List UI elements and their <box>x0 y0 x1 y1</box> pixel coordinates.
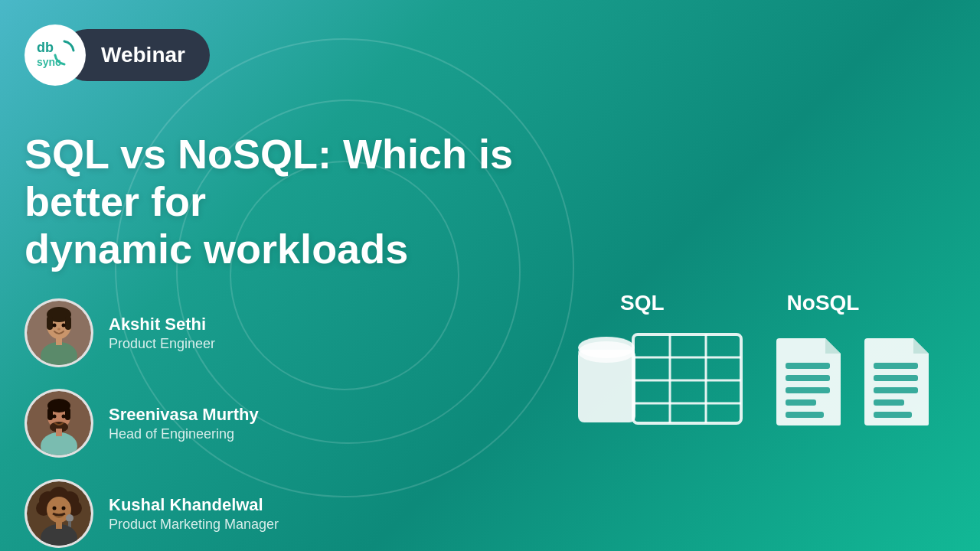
svg-rect-46 <box>786 387 830 393</box>
svg-rect-38 <box>633 334 741 423</box>
nosql-doc-1 <box>773 335 846 430</box>
speaker-name-2: Sreenivasa Murthy <box>109 405 259 425</box>
table-svg <box>632 333 743 425</box>
sql-label: SQL <box>620 291 665 315</box>
speaker-info-3: Kushal Khandelwal Product Marketing Mana… <box>109 495 279 533</box>
svg-rect-50 <box>874 375 918 381</box>
avatar-akshit <box>24 298 93 367</box>
doc2-svg <box>861 335 934 427</box>
cylinder-svg <box>574 331 639 430</box>
speaker-role-2: Head of Engineering <box>109 426 259 442</box>
nosql-icon-group <box>773 335 934 430</box>
speaker-info-1: Akshit Sethi Product Engineer <box>109 315 215 352</box>
svg-point-37 <box>578 337 635 358</box>
svg-point-31 <box>66 514 74 522</box>
db-labels-row: SQL NoSQL <box>620 291 859 315</box>
avatar-sreenivasa-svg <box>27 391 91 455</box>
avatar-kushal-svg <box>27 481 91 546</box>
logo-circle: db sync <box>24 24 86 86</box>
speaker-name-1: Akshit Sethi <box>109 315 215 334</box>
svg-rect-52 <box>874 399 904 406</box>
db-icons-row <box>574 331 934 430</box>
speakers-section: Akshit Sethi Product Engineer <box>24 298 279 548</box>
doc1-svg <box>773 335 846 427</box>
svg-rect-15 <box>47 408 53 420</box>
svg-text:db: db <box>37 40 54 55</box>
speaker-item-3: Kushal Khandelwal Product Marketing Mana… <box>24 479 279 548</box>
svg-rect-48 <box>786 412 824 418</box>
svg-rect-47 <box>786 399 816 406</box>
main-title: SQL vs NoSQL: Which is better for dynami… <box>24 130 545 272</box>
svg-rect-34 <box>56 521 62 529</box>
logo-text: db sync <box>35 35 75 75</box>
speaker-item-2: Sreenivasa Murthy Head of Engineering <box>24 389 279 458</box>
nosql-label: NoSQL <box>787 291 860 315</box>
svg-rect-5 <box>47 316 53 330</box>
svg-rect-49 <box>874 363 918 369</box>
cylinder-icon <box>574 331 639 430</box>
page-background: db sync Webinar SQL vs NoSQL: Which is b… <box>0 0 980 551</box>
svg-point-8 <box>62 324 66 328</box>
svg-point-29 <box>53 507 57 510</box>
svg-point-19 <box>62 415 66 419</box>
svg-rect-11 <box>56 337 62 345</box>
speaker-role-1: Product Engineer <box>109 336 215 352</box>
svg-point-30 <box>62 507 66 510</box>
speaker-role-3: Product Marketing Manager <box>109 517 279 533</box>
table-icon <box>632 333 743 428</box>
db-icons-section: SQL NoSQL <box>574 291 934 430</box>
svg-rect-21 <box>56 429 62 436</box>
speaker-name-3: Kushal Khandelwal <box>109 495 279 515</box>
svg-rect-16 <box>65 408 70 420</box>
title-line1: SQL vs NoSQL: Which is better for <box>24 130 545 225</box>
avatar-akshit-svg <box>27 301 91 365</box>
svg-rect-53 <box>874 412 912 418</box>
avatar-kushal <box>24 479 93 548</box>
speaker-item-1: Akshit Sethi Product Engineer <box>24 298 279 367</box>
svg-point-9 <box>57 328 60 331</box>
title-line2: dynamic workloads <box>24 225 545 272</box>
nosql-doc-2 <box>861 335 934 430</box>
speaker-info-2: Sreenivasa Murthy Head of Engineering <box>109 405 259 442</box>
svg-point-18 <box>53 415 57 419</box>
svg-rect-45 <box>786 375 830 381</box>
svg-rect-51 <box>874 387 918 393</box>
svg-rect-6 <box>65 316 71 330</box>
svg-point-7 <box>53 324 57 328</box>
header-badge: db sync Webinar <box>24 24 210 86</box>
avatar-sreenivasa <box>24 389 93 458</box>
svg-rect-44 <box>786 363 830 369</box>
sql-icon-group <box>574 331 743 430</box>
